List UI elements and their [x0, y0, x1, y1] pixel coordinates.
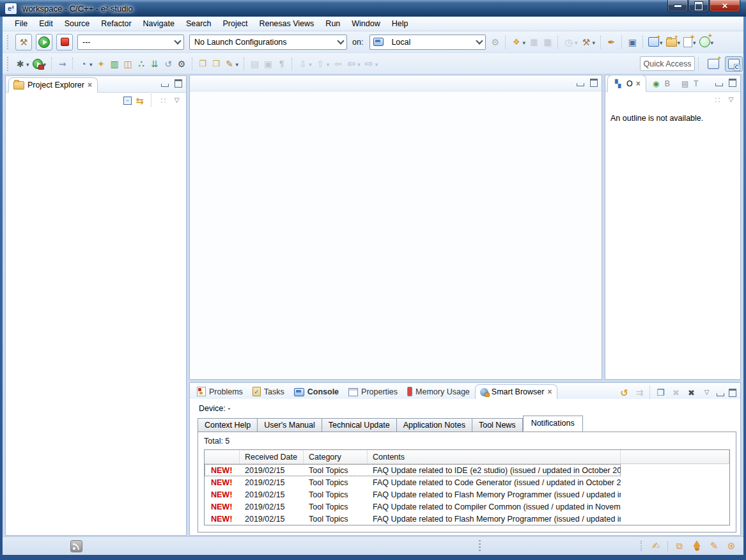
show-whitespace-button[interactable] [276, 58, 288, 70]
refresh-icon[interactable] [619, 387, 630, 398]
menu-source[interactable]: Source [59, 18, 96, 29]
open-resource-button[interactable] [210, 58, 222, 70]
close-icon[interactable] [547, 387, 552, 396]
quick-access-button[interactable]: Quick Access [640, 56, 695, 71]
dropdown-arrow-icon[interactable] [357, 59, 361, 68]
dropdown-arrow-icon[interactable] [235, 59, 240, 68]
trace-button[interactable] [605, 36, 618, 48]
tab-smart-browser[interactable]: Smart Browser [475, 384, 558, 400]
menu-search[interactable]: Search [180, 18, 217, 29]
call-hierarchy-button[interactable] [136, 58, 148, 70]
dropdown-arrow-icon[interactable] [375, 59, 379, 68]
col-contents[interactable]: Contents [368, 450, 621, 463]
run-button[interactable] [36, 34, 52, 51]
table-row[interactable]: NEW! 2019/02/15 Tool Topics FAQ Update r… [205, 488, 729, 501]
smart-configurator-icon[interactable] [650, 541, 662, 552]
toolbar-grip[interactable] [7, 35, 12, 49]
open-perspective-button[interactable] [705, 57, 722, 71]
editor-empty-area[interactable] [190, 91, 602, 379]
next-annotation-button[interactable] [297, 58, 313, 70]
close-icon[interactable] [636, 79, 641, 88]
maximize-button[interactable] [729, 389, 736, 397]
code-generator-button[interactable] [699, 36, 715, 48]
tab-problems[interactable]: Problems [192, 384, 248, 399]
tab-properties[interactable]: Properties [344, 385, 403, 399]
settings-button[interactable] [176, 58, 188, 70]
tab-console[interactable]: Console [290, 385, 344, 399]
table-row[interactable]: NEW! 2019/02/15 Tool Topics FAQ Update r… [205, 513, 729, 525]
collapse-all-icon[interactable] [123, 97, 132, 105]
link-with-editor-icon[interactable] [134, 95, 145, 106]
manual-book-icon[interactable] [655, 387, 666, 398]
tab-templates[interactable]: T [675, 75, 704, 91]
rss-feed-icon[interactable] [70, 540, 82, 552]
save-all-button[interactable] [541, 36, 554, 48]
subtab-notifications[interactable]: Notifications [523, 416, 583, 432]
view-menu-icon[interactable] [726, 95, 736, 105]
cpp-perspective-button[interactable] [725, 56, 743, 72]
filters-icon[interactable] [712, 95, 723, 105]
status-drag-handle[interactable] [479, 540, 481, 552]
forward-button[interactable] [363, 58, 380, 70]
pencil-icon[interactable] [708, 541, 720, 552]
connection-combo[interactable]: Local [369, 35, 486, 50]
menu-refactor[interactable]: Refactor [95, 18, 137, 29]
tab-breakpoints[interactable]: B [646, 75, 675, 91]
quick-settings-button[interactable] [95, 58, 107, 70]
close-icon[interactable] [88, 81, 92, 89]
tab-outline[interactable]: O [607, 75, 646, 92]
dropdown-arrow-icon[interactable] [326, 59, 330, 68]
table-row[interactable]: NEW! 2019/02/15 Tool Topics FAQ Update r… [205, 476, 729, 488]
graduation-cap-icon[interactable] [692, 542, 702, 550]
export-icon[interactable] [634, 387, 645, 398]
window-restore-button[interactable] [688, 0, 709, 12]
launch-configuration-combo[interactable]: No Launch Configurations [189, 35, 347, 50]
table-row[interactable]: NEW! 2019/02/15 Tool Topics FAQ Update r… [205, 501, 729, 513]
profile-button[interactable] [77, 58, 94, 70]
mark-occurrences-button[interactable] [262, 58, 274, 70]
menu-renesas-views[interactable]: Renesas Views [253, 18, 320, 29]
menu-window[interactable]: Window [346, 18, 385, 29]
run-history-button[interactable] [32, 58, 48, 70]
window-close-button[interactable] [710, 0, 740, 12]
table-row[interactable]: NEW! 2019/02/15 Tool Topics FAQ Update r… [205, 464, 729, 476]
menu-edit[interactable]: Edit [33, 18, 59, 29]
delete-icon[interactable] [686, 387, 697, 398]
coverage-button[interactable] [109, 58, 121, 70]
new-c-project-button[interactable] [648, 36, 664, 47]
window-minimize-button[interactable] [667, 0, 688, 12]
connection-settings-button[interactable] [489, 36, 501, 48]
maximize-button[interactable] [590, 79, 598, 87]
subtab-tool-news[interactable]: Tool News [472, 418, 523, 432]
build-configuration-combo[interactable]: --- [77, 35, 184, 50]
import-build-button[interactable] [149, 58, 161, 70]
menu-navigate[interactable]: Navigate [137, 18, 180, 29]
dropdown-arrow-icon[interactable] [89, 59, 93, 68]
toggle-source-header-button[interactable] [249, 58, 261, 70]
dropdown-arrow-icon[interactable] [522, 37, 526, 47]
save-button[interactable] [528, 36, 540, 48]
minimize-button[interactable] [161, 84, 169, 87]
subtab-technical-update[interactable]: Technical Update [322, 418, 397, 432]
col-badge[interactable] [205, 450, 240, 463]
menu-project[interactable]: Project [217, 18, 254, 29]
refresh-button[interactable] [162, 58, 175, 70]
subtab-users-manual[interactable]: User's Manual [258, 418, 322, 432]
stop-button[interactable] [56, 34, 73, 51]
minimize-button[interactable] [717, 393, 724, 396]
maximize-button[interactable] [729, 79, 736, 87]
subtab-context-help[interactable]: Context Help [198, 418, 258, 432]
tab-memory-usage[interactable]: Memory Usage [403, 384, 475, 399]
subtab-application-notes[interactable]: Application Notes [397, 418, 472, 432]
dropdown-arrow-icon[interactable] [308, 59, 313, 68]
toolbar-grip[interactable] [641, 541, 644, 551]
new-c-file-button[interactable] [683, 36, 697, 48]
col-category[interactable]: Category [304, 450, 368, 463]
menu-help[interactable]: Help [386, 18, 414, 29]
maximize-button[interactable] [175, 79, 182, 88]
highlight-button[interactable] [224, 58, 240, 70]
tab-tasks[interactable]: Tasks [248, 384, 290, 399]
menu-file[interactable]: File [9, 18, 33, 29]
build-all-button[interactable] [15, 34, 32, 51]
build-menu-button[interactable] [580, 36, 596, 48]
